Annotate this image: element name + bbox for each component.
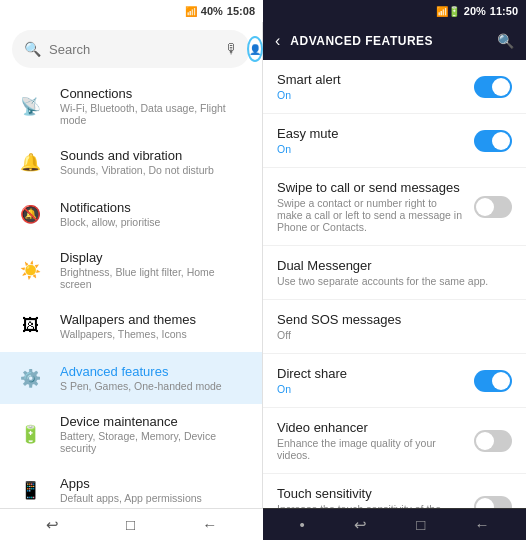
advanced-subtitle: S Pen, Games, One-handed mode xyxy=(60,380,248,392)
settings-item-wallpapers[interactable]: 🖼 Wallpapers and themes Wallpapers, Them… xyxy=(0,300,262,352)
right-nav-back[interactable]: ← xyxy=(474,516,489,533)
left-nav-recent[interactable]: ↩ xyxy=(46,516,59,534)
right-search-icon[interactable]: 🔍 xyxy=(497,33,514,49)
apps-subtitle: Default apps, App permissions xyxy=(60,492,248,504)
sounds-title: Sounds and vibration xyxy=(60,148,248,163)
right-nav-dot[interactable]: • xyxy=(300,516,305,533)
sos-title: Send SOS messages xyxy=(277,312,512,327)
right-panel: ‹ ADVANCED FEATURES 🔍 Smart alert On Eas… xyxy=(263,22,526,508)
swipe-call-toggle[interactable] xyxy=(474,196,512,218)
settings-item-connections[interactable]: 📡 Connections Wi-Fi, Bluetooth, Data usa… xyxy=(0,76,262,136)
search-bar[interactable]: 🔍 🎙 👤 xyxy=(12,30,250,68)
video-enhancer-subtitle: Enhance the image quality of your videos… xyxy=(277,437,464,461)
advanced-text: Advanced features S Pen, Games, One-hand… xyxy=(60,364,248,392)
touch-sensitivity-toggle[interactable] xyxy=(474,496,512,509)
sos-status: Off xyxy=(277,329,512,341)
settings-item-advanced[interactable]: ⚙️ Advanced features S Pen, Games, One-h… xyxy=(0,352,262,404)
feature-dual-messenger[interactable]: Dual Messenger Use two separate accounts… xyxy=(263,246,526,300)
easy-mute-toggle[interactable] xyxy=(474,130,512,152)
direct-share-title: Direct share xyxy=(277,366,464,381)
feature-swipe-call[interactable]: Swipe to call or send messages Swipe a c… xyxy=(263,168,526,246)
sos-text: Send SOS messages Off xyxy=(277,312,512,341)
apps-title: Apps xyxy=(60,476,248,491)
connections-text: Connections Wi-Fi, Bluetooth, Data usage… xyxy=(60,86,248,126)
right-time: 11:50 xyxy=(490,5,518,17)
settings-item-device[interactable]: 🔋 Device maintenance Battery, Storage, M… xyxy=(0,404,262,464)
left-signal-icon: 📶 xyxy=(185,6,197,17)
smart-alert-toggle[interactable] xyxy=(474,76,512,98)
advanced-title: Advanced features xyxy=(60,364,248,379)
feature-easy-mute[interactable]: Easy mute On xyxy=(263,114,526,168)
device-icon: 🔋 xyxy=(14,418,46,450)
device-text: Device maintenance Battery, Storage, Mem… xyxy=(60,414,248,454)
notifications-subtitle: Block, allow, prioritise xyxy=(60,216,248,228)
swipe-call-text: Swipe to call or send messages Swipe a c… xyxy=(277,180,464,233)
connections-subtitle: Wi-Fi, Bluetooth, Data usage, Flight mod… xyxy=(60,102,248,126)
touch-sensitivity-title: Touch sensitivity xyxy=(277,486,464,501)
left-nav-home[interactable]: □ xyxy=(126,516,135,533)
display-icon: ☀️ xyxy=(14,254,46,286)
smart-alert-status: On xyxy=(277,89,464,101)
swipe-call-title: Swipe to call or send messages xyxy=(277,180,464,195)
left-nav-back[interactable]: ← xyxy=(202,516,217,533)
settings-item-notifications[interactable]: 🔕 Notifications Block, allow, prioritise xyxy=(0,188,262,240)
wallpapers-text: Wallpapers and themes Wallpapers, Themes… xyxy=(60,312,248,340)
sounds-subtitle: Sounds, Vibration, Do not disturb xyxy=(60,164,248,176)
dual-messenger-title: Dual Messenger xyxy=(277,258,512,273)
display-text: Display Brightness, Blue light filter, H… xyxy=(60,250,248,290)
left-time: 15:08 xyxy=(227,5,255,17)
sounds-text: Sounds and vibration Sounds, Vibration, … xyxy=(60,148,248,176)
features-list: Smart alert On Easy mute On Swipe to cal… xyxy=(263,60,526,508)
apps-text: Apps Default apps, App permissions xyxy=(60,476,248,504)
bottom-nav-left: ↩ □ ← xyxy=(0,508,263,540)
video-enhancer-text: Video enhancer Enhance the image quality… xyxy=(277,420,464,461)
left-settings-panel: 🔍 🎙 👤 📡 Connections Wi-Fi, Bluetooth, Da… xyxy=(0,22,263,508)
wallpapers-subtitle: Wallpapers, Themes, Icons xyxy=(60,328,248,340)
right-header: ‹ ADVANCED FEATURES 🔍 xyxy=(263,22,526,60)
smart-alert-text: Smart alert On xyxy=(277,72,464,101)
easy-mute-status: On xyxy=(277,143,464,155)
settings-item-sounds[interactable]: 🔔 Sounds and vibration Sounds, Vibration… xyxy=(0,136,262,188)
back-button[interactable]: ‹ xyxy=(275,32,280,50)
right-panel-title: ADVANCED FEATURES xyxy=(290,34,487,48)
right-nav-home[interactable]: □ xyxy=(416,516,425,533)
easy-mute-text: Easy mute On xyxy=(277,126,464,155)
feature-touch-sensitivity[interactable]: Touch sensitivity Increase the touch sen… xyxy=(263,474,526,508)
advanced-icon: ⚙️ xyxy=(14,362,46,394)
bottom-nav-right: • ↩ □ ← xyxy=(263,508,526,540)
direct-share-text: Direct share On xyxy=(277,366,464,395)
right-battery: 20% xyxy=(464,5,486,17)
settings-list: 📡 Connections Wi-Fi, Bluetooth, Data usa… xyxy=(0,76,262,508)
mic-icon[interactable]: 🎙 xyxy=(225,41,239,57)
video-enhancer-title: Video enhancer xyxy=(277,420,464,435)
settings-item-display[interactable]: ☀️ Display Brightness, Blue light filter… xyxy=(0,240,262,300)
wallpapers-title: Wallpapers and themes xyxy=(60,312,248,327)
sounds-icon: 🔔 xyxy=(14,146,46,178)
display-title: Display xyxy=(60,250,248,265)
notifications-icon: 🔕 xyxy=(14,198,46,230)
direct-share-status: On xyxy=(277,383,464,395)
settings-item-apps[interactable]: 📱 Apps Default apps, App permissions xyxy=(0,464,262,508)
feature-video-enhancer[interactable]: Video enhancer Enhance the image quality… xyxy=(263,408,526,474)
right-nav-recent[interactable]: ↩ xyxy=(354,516,367,534)
left-battery: 40% xyxy=(201,5,223,17)
device-subtitle: Battery, Storage, Memory, Device securit… xyxy=(60,430,248,454)
search-input[interactable] xyxy=(49,42,217,57)
swipe-call-subtitle: Swipe a contact or number right to make … xyxy=(277,197,464,233)
device-title: Device maintenance xyxy=(60,414,248,429)
dual-messenger-text: Dual Messenger Use two separate accounts… xyxy=(277,258,512,287)
dual-messenger-subtitle: Use two separate accounts for the same a… xyxy=(277,275,512,287)
notifications-title: Notifications xyxy=(60,200,248,215)
left-status-bar: 📶 40% 15:08 xyxy=(0,0,263,22)
feature-sos[interactable]: Send SOS messages Off xyxy=(263,300,526,354)
wallpapers-icon: 🖼 xyxy=(14,310,46,342)
video-enhancer-toggle[interactable] xyxy=(474,430,512,452)
right-icons: 📶🔋 xyxy=(436,6,460,17)
feature-direct-share[interactable]: Direct share On xyxy=(263,354,526,408)
smart-alert-title: Smart alert xyxy=(277,72,464,87)
avatar[interactable]: 👤 xyxy=(247,36,263,62)
search-icon: 🔍 xyxy=(24,41,41,57)
feature-smart-alert[interactable]: Smart alert On xyxy=(263,60,526,114)
connections-title: Connections xyxy=(60,86,248,101)
direct-share-toggle[interactable] xyxy=(474,370,512,392)
